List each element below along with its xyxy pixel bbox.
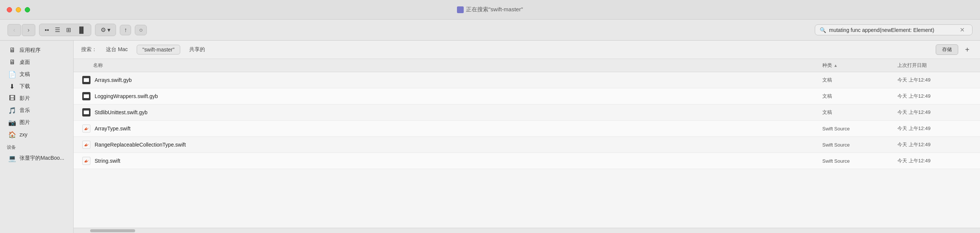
table-row[interactable]: StdlibUnittest.swift.gyb 文稿 今天 上午12:49 xyxy=(73,104,980,121)
sidebar: 🖥 应用程序 🖥 桌面 📄 文稿 ⬇ 下载 🎞 影片 🎵 音乐 📷 图片 🏠 xyxy=(0,41,73,233)
sidebar-item-movies[interactable]: 🎞 影片 xyxy=(2,93,72,104)
file-icon-gyb xyxy=(81,107,92,118)
file-date: 今天 上午12:49 xyxy=(897,141,972,148)
search-icon: 🔍 xyxy=(820,27,826,33)
file-kind: Swift Source xyxy=(822,126,897,131)
main-area: 🖥 应用程序 🖥 桌面 📄 文稿 ⬇ 下载 🎞 影片 🎵 音乐 📷 图片 🏠 xyxy=(0,41,980,233)
gallery-view-button[interactable]: ▐▌ xyxy=(75,26,88,34)
view-group: ▪▪ ☰ ⊞ ▐▌ xyxy=(39,24,91,36)
search-clear-button[interactable]: ✕ xyxy=(960,26,965,34)
column-view-button[interactable]: ⊞ xyxy=(64,26,73,34)
content-area: 搜索： 这台 Mac "swift-master" 共享的 存储 + 名称 种类… xyxy=(73,41,980,233)
back-button[interactable]: ‹ xyxy=(8,24,21,36)
table-row[interactable]: ArrayType.swift Swift Source 今天 上午12:49 xyxy=(73,121,980,137)
apps-icon: 🖥 xyxy=(8,46,16,54)
file-kind: Swift Source xyxy=(822,158,897,164)
file-name: Arrays.swift.gyb xyxy=(95,77,822,83)
file-kind: 文稿 xyxy=(822,93,897,100)
window-title: 正在搜索"swift-master" xyxy=(457,6,523,13)
file-name: ArrayType.swift xyxy=(95,126,822,131)
search-input[interactable] xyxy=(829,27,957,33)
sidebar-item-apps[interactable]: 🖥 应用程序 xyxy=(2,44,72,56)
action-button[interactable]: ⚙ ▾ xyxy=(99,26,113,34)
titlebar: 正在搜索"swift-master" xyxy=(0,0,980,19)
forward-button[interactable]: › xyxy=(22,24,35,36)
share-button[interactable]: ↑ xyxy=(120,25,131,35)
finder-icon xyxy=(457,6,464,13)
downloads-icon: ⬇ xyxy=(8,83,16,90)
search-scope-row: 搜索： 这台 Mac "swift-master" 共享的 存储 + xyxy=(73,41,980,59)
music-icon: 🎵 xyxy=(8,107,16,114)
file-list-header: 名称 种类 ▲ 上次打开日期 xyxy=(73,59,980,72)
file-name: StdlibUnittest.swift.gyb xyxy=(95,109,822,115)
sidebar-item-desktop[interactable]: 🖥 桌面 xyxy=(2,56,72,69)
file-kind: Swift Source xyxy=(822,142,897,148)
sidebar-item-photos[interactable]: 📷 图片 xyxy=(2,116,72,129)
file-kind: 文稿 xyxy=(822,109,897,116)
file-date: 今天 上午12:49 xyxy=(897,77,972,83)
search-scope-label: 搜索： xyxy=(81,46,97,53)
devices-section-title: 设备 xyxy=(0,140,73,152)
action-group: ⚙ ▾ xyxy=(95,24,116,36)
sidebar-item-downloads[interactable]: ⬇ 下载 xyxy=(2,80,72,93)
search-tab-swift-master[interactable]: "swift-master" xyxy=(137,45,180,54)
search-container: 🔍 ✕ xyxy=(815,24,972,35)
header-date: 上次打开日期 xyxy=(897,62,972,69)
window-controls xyxy=(7,7,30,13)
toolbar: ‹ › ▪▪ ☰ ⊞ ▐▌ ⚙ ▾ ↑ ○ 🔍 ✕ xyxy=(0,19,980,41)
list-view-button[interactable]: ☰ xyxy=(52,26,62,34)
sidebar-item-music[interactable]: 🎵 音乐 xyxy=(2,104,72,116)
search-tab-shared[interactable]: 共享的 xyxy=(184,45,210,54)
h-scroll-thumb xyxy=(90,229,135,232)
sidebar-item-macbook[interactable]: 💻 张显宇的MacBoo... xyxy=(2,152,72,164)
file-name: RangeReplaceableCollectionType.swift xyxy=(95,142,822,148)
icon-view-button[interactable]: ▪▪ xyxy=(43,26,51,34)
header-kind: 种类 ▲ xyxy=(822,62,897,69)
table-row[interactable]: String.swift Swift Source 今天 上午12:49 xyxy=(73,153,980,169)
file-date: 今天 上午12:49 xyxy=(897,158,972,164)
table-row[interactable]: Arrays.swift.gyb 文稿 今天 上午12:49 xyxy=(73,72,980,88)
file-date: 今天 上午12:49 xyxy=(897,93,972,100)
maximize-button[interactable] xyxy=(25,7,30,13)
file-kind: 文稿 xyxy=(822,77,897,83)
file-icon-gyb xyxy=(81,75,92,85)
file-date: 今天 上午12:49 xyxy=(897,125,972,132)
sidebar-item-docs[interactable]: 📄 文稿 xyxy=(2,69,72,80)
file-icon-swift xyxy=(81,123,92,134)
save-button[interactable]: 存储 xyxy=(936,44,958,55)
horizontal-scrollbar[interactable] xyxy=(73,228,980,233)
file-name: LoggingWrappers.swift.gyb xyxy=(95,93,822,99)
close-button[interactable] xyxy=(7,7,12,13)
file-name: String.swift xyxy=(95,158,822,164)
desktop-icon: 🖥 xyxy=(8,59,16,66)
sort-arrow-icon: ▲ xyxy=(834,63,838,68)
file-icon-swift xyxy=(81,139,92,150)
photos-icon: 📷 xyxy=(8,119,16,126)
tag-button[interactable]: ○ xyxy=(135,25,147,35)
add-button[interactable]: + xyxy=(962,44,972,55)
file-list: 名称 种类 ▲ 上次打开日期 Arrays.swift.gyb 文稿 今天 上午… xyxy=(73,59,980,228)
header-name: 名称 xyxy=(81,62,822,69)
sidebar-item-zxy[interactable]: 🏠 zxy xyxy=(2,129,72,140)
file-date: 今天 上午12:49 xyxy=(897,109,972,116)
search-tab-this-mac[interactable]: 这台 Mac xyxy=(101,45,133,54)
table-row[interactable]: LoggingWrappers.swift.gyb 文稿 今天 上午12:49 xyxy=(73,88,980,104)
file-icon-gyb xyxy=(81,91,92,102)
file-icon-swift xyxy=(81,156,92,166)
minimize-button[interactable] xyxy=(16,7,21,13)
movies-icon: 🎞 xyxy=(8,95,16,102)
macbook-icon: 💻 xyxy=(8,155,16,162)
docs-icon: 📄 xyxy=(8,71,16,78)
zxy-icon: 🏠 xyxy=(8,131,16,138)
nav-group: ‹ › xyxy=(8,24,35,36)
table-row[interactable]: RangeReplaceableCollectionType.swift Swi… xyxy=(73,137,980,153)
